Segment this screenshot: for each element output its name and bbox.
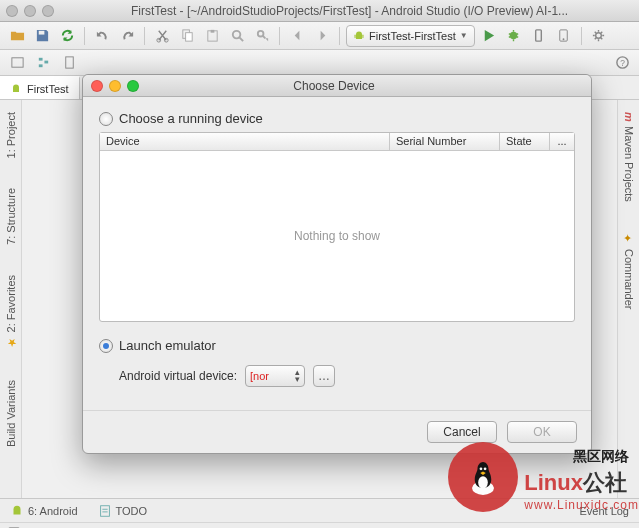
redo-icon[interactable] — [116, 25, 138, 47]
table-empty-message: Nothing to show — [100, 151, 574, 321]
window-title: FirstTest - [~/AndroidStudioProjects/Fir… — [66, 4, 633, 18]
main-window-titlebar: FirstTest - [~/AndroidStudioProjects/Fir… — [0, 0, 639, 22]
option-launch-label: Launch emulator — [119, 338, 216, 353]
cut-icon[interactable] — [151, 25, 173, 47]
debug-icon[interactable] — [503, 25, 525, 47]
col-serial[interactable]: Serial Number — [390, 133, 500, 150]
col-more[interactable]: ... — [550, 133, 574, 150]
save-icon[interactable] — [31, 25, 53, 47]
radio-icon — [99, 112, 113, 126]
svg-point-11 — [510, 32, 518, 40]
option-launch-emulator[interactable]: Launch emulator — [99, 338, 575, 353]
find-icon[interactable] — [226, 25, 248, 47]
svg-rect-23 — [100, 505, 109, 516]
svg-rect-16 — [11, 58, 22, 67]
avd-value: [nor — [250, 370, 269, 382]
avd-browse-button[interactable]: … — [313, 365, 335, 387]
radio-icon — [99, 339, 113, 353]
back-icon[interactable] — [286, 25, 308, 47]
dialog-close-icon[interactable] — [91, 80, 103, 92]
sidebar-project[interactable]: 1: Project — [5, 106, 17, 164]
svg-rect-9 — [355, 34, 356, 38]
minimize-traffic-light[interactable] — [24, 5, 36, 17]
ok-button[interactable]: OK — [507, 421, 577, 443]
paste-icon[interactable] — [201, 25, 223, 47]
device-icon[interactable] — [528, 25, 550, 47]
bottom-android[interactable]: 6: Android — [10, 504, 78, 518]
sidebar-build-variants[interactable]: Build Variants — [5, 374, 17, 453]
chevron-down-icon: ▼ — [460, 31, 468, 40]
svg-rect-6 — [210, 30, 214, 33]
editor-tab[interactable]: FirstTest — [0, 76, 80, 99]
svg-rect-19 — [44, 61, 48, 64]
avd-selector[interactable]: [nor ▴▾ — [245, 365, 305, 387]
main-toolbar: FirstTest-FirstTest ▼ — [0, 22, 639, 50]
svg-rect-0 — [38, 31, 44, 35]
sidebar-commander[interactable]: ✦Commander — [622, 226, 635, 316]
window-controls — [6, 5, 54, 17]
sidebar-maven[interactable]: mMaven Projects — [623, 106, 635, 208]
zoom-traffic-light[interactable] — [42, 5, 54, 17]
project-icon[interactable] — [6, 52, 28, 74]
forward-icon[interactable] — [311, 25, 333, 47]
ellipsis-icon: … — [318, 369, 330, 383]
svg-rect-12 — [536, 30, 542, 41]
replace-icon[interactable] — [251, 25, 273, 47]
col-state[interactable]: State — [500, 133, 550, 150]
open-icon[interactable] — [6, 25, 28, 47]
undo-icon[interactable] — [91, 25, 113, 47]
avd-icon[interactable] — [553, 25, 575, 47]
bottom-toolbar: 6: Android TODO Event Log — [0, 498, 639, 522]
choose-device-dialog: Choose Device Choose a running device De… — [82, 74, 592, 454]
copy-icon[interactable] — [176, 25, 198, 47]
dialog-buttons: Cancel OK — [83, 410, 591, 453]
table-header: Device Serial Number State ... — [100, 133, 574, 151]
sync-icon[interactable] — [56, 25, 78, 47]
run-config-label: FirstTest-FirstTest — [369, 30, 456, 42]
avd-row: Android virtual device: [nor ▴▾ … — [119, 365, 575, 387]
bottom-todo[interactable]: TODO — [98, 504, 148, 518]
dialog-minimize-icon[interactable] — [109, 80, 121, 92]
cancel-button[interactable]: Cancel — [427, 421, 497, 443]
dialog-titlebar: Choose Device — [83, 75, 591, 97]
svg-rect-18 — [38, 64, 42, 67]
help-icon[interactable]: ? — [611, 52, 633, 74]
status-bar: Compilation completed successfully in 3 … — [0, 522, 639, 528]
secondary-toolbar: ? — [0, 50, 639, 76]
svg-rect-20 — [65, 57, 73, 68]
svg-rect-10 — [362, 34, 363, 38]
navigate-icon[interactable] — [58, 52, 80, 74]
run-icon[interactable] — [478, 25, 500, 47]
settings-icon[interactable] — [588, 25, 610, 47]
sidebar-structure[interactable]: 7: Structure — [5, 182, 17, 251]
close-traffic-light[interactable] — [6, 5, 18, 17]
svg-point-15 — [596, 33, 602, 39]
svg-point-7 — [232, 31, 240, 39]
sidebar-favorites[interactable]: ★2: Favorites — [4, 269, 17, 355]
svg-rect-4 — [185, 33, 192, 41]
left-tool-gutter: 1: Project 7: Structure ★2: Favorites Bu… — [0, 100, 22, 498]
svg-text:?: ? — [620, 58, 625, 68]
svg-point-14 — [563, 38, 565, 40]
stepper-arrows-icon: ▴▾ — [295, 369, 300, 383]
watermark-cn: 黑区网络 — [573, 448, 629, 466]
right-tool-gutter: mMaven Projects ✦Commander — [617, 100, 639, 498]
dialog-zoom-icon[interactable] — [127, 80, 139, 92]
device-table: Device Serial Number State ... Nothing t… — [99, 132, 575, 322]
bottom-eventlog[interactable]: Event Log — [579, 505, 629, 517]
svg-rect-17 — [38, 58, 42, 61]
run-configuration-selector[interactable]: FirstTest-FirstTest ▼ — [346, 25, 475, 47]
tab-label: FirstTest — [27, 83, 69, 95]
avd-label: Android virtual device: — [119, 369, 237, 383]
option-choose-running-device[interactable]: Choose a running device — [99, 111, 575, 126]
option-running-label: Choose a running device — [119, 111, 263, 126]
col-device[interactable]: Device — [100, 133, 390, 150]
dialog-title: Choose Device — [139, 79, 529, 93]
structure-icon[interactable] — [32, 52, 54, 74]
